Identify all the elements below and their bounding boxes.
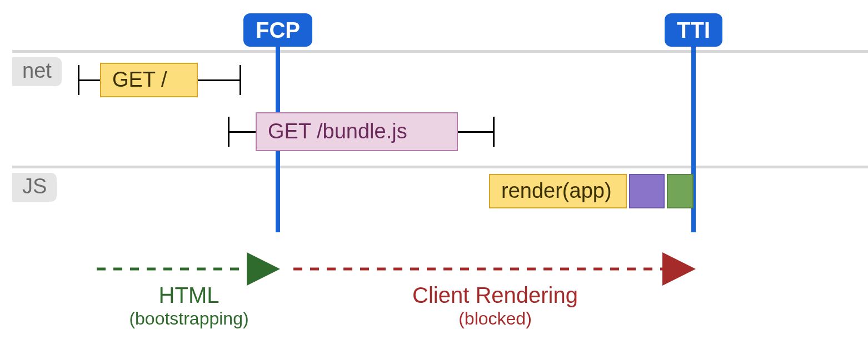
phase-title-client-rendering: Client Rendering [412, 282, 578, 308]
marker-badge-fcp: FCP [243, 13, 312, 47]
net-request-bundle: GET /bundle.js [256, 112, 458, 151]
marker-badge-tti: TTI [665, 13, 722, 47]
net-request-root: GET / [100, 63, 198, 97]
timeline-diagram: net JS FCP TTI GET / GET /bundle.js rend… [0, 0, 868, 349]
whisker-cap [240, 65, 241, 95]
phase-subtitle-client-rendering: (blocked) [458, 309, 532, 328]
phase-title-html: HTML [159, 282, 220, 308]
whisker-cap [228, 117, 230, 147]
phase-arrow-client-rendering [293, 262, 697, 276]
divider-line [12, 50, 868, 53]
phase-arrow-html [97, 262, 281, 276]
whisker-cap [78, 65, 79, 95]
phase-subtitle-html: (bootstrapping) [129, 309, 248, 328]
whisker-cap [493, 117, 495, 147]
js-task-render: render(app) [489, 174, 627, 208]
js-task-purple [629, 174, 665, 208]
track-label-js: JS [12, 173, 57, 202]
js-task-green [667, 174, 694, 208]
track-label-net: net [12, 57, 62, 86]
divider-line [12, 166, 868, 168]
